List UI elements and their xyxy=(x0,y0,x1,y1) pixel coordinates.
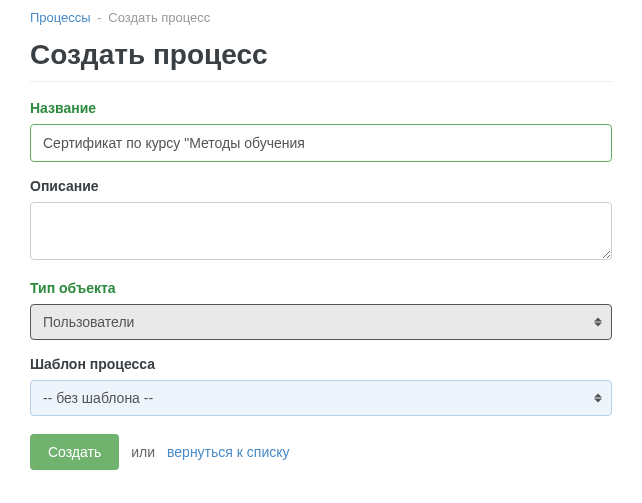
description-label: Описание xyxy=(30,178,612,194)
form-actions: Создать или вернуться к списку xyxy=(30,434,612,470)
object-type-label: Тип объекта xyxy=(30,280,612,296)
description-textarea[interactable] xyxy=(30,202,612,260)
form-group-template: Шаблон процесса -- без шаблона -- xyxy=(30,356,612,416)
back-to-list-link[interactable]: вернуться к списку xyxy=(167,444,289,460)
form-group-description: Описание xyxy=(30,178,612,264)
submit-button[interactable]: Создать xyxy=(30,434,119,470)
divider xyxy=(30,81,612,82)
or-text: или xyxy=(131,444,155,460)
breadcrumb-root-link[interactable]: Процессы xyxy=(30,10,91,25)
breadcrumb: Процессы - Создать процесс xyxy=(30,10,612,25)
template-label: Шаблон процесса xyxy=(30,356,612,372)
breadcrumb-separator: - xyxy=(97,10,101,25)
object-type-select[interactable]: Пользователи xyxy=(30,304,612,340)
form-group-name: Название xyxy=(30,100,612,162)
page-title: Создать процесс xyxy=(30,39,612,71)
template-select[interactable]: -- без шаблона -- xyxy=(30,380,612,416)
template-select-wrapper: -- без шаблона -- xyxy=(30,380,612,416)
name-input[interactable] xyxy=(30,124,612,162)
breadcrumb-current: Создать процесс xyxy=(108,10,210,25)
name-label: Название xyxy=(30,100,612,116)
form-group-object-type: Тип объекта Пользователи xyxy=(30,280,612,340)
object-type-select-wrapper: Пользователи xyxy=(30,304,612,340)
